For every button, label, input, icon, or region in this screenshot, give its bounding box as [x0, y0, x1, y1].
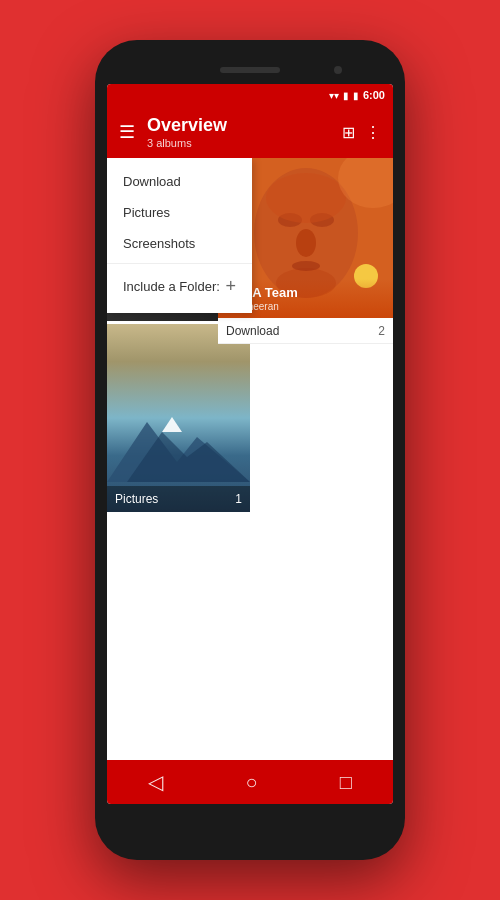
app-bar: ☰ Overview 3 albums ⊞ ⋮ [107, 106, 393, 158]
dropdown-include-folder[interactable]: Include a Folder: + [107, 268, 252, 305]
svg-marker-2 [162, 417, 182, 432]
list-view-button[interactable]: ⊞ [342, 123, 355, 142]
content-area: Download Pictures Screenshots Include a … [107, 158, 393, 760]
more-options-button[interactable]: ⋮ [365, 123, 381, 142]
page-title: Overview [147, 115, 330, 137]
page-subtitle: 3 albums [147, 137, 330, 149]
signal-icon: ▮ [343, 90, 349, 101]
dropdown-item-screenshots[interactable]: Screenshots [107, 228, 252, 259]
svg-point-8 [266, 173, 346, 223]
dropdown-item-pictures[interactable]: Pictures [107, 197, 252, 228]
svg-point-5 [296, 229, 316, 257]
app-bar-actions: ⊞ ⋮ [342, 123, 381, 142]
download-album-count: 2 [378, 324, 385, 338]
front-camera [334, 66, 342, 74]
phone-bottom-bar [103, 804, 397, 836]
pictures-name: Pictures [115, 492, 158, 506]
back-button[interactable]: ◁ [148, 770, 163, 794]
title-area: Overview 3 albums [147, 115, 330, 149]
download-album-name: Download [226, 324, 279, 338]
dropdown-item-download[interactable]: Download [107, 166, 252, 197]
download-label-row[interactable]: Download 2 [218, 318, 393, 344]
wifi-icon: ▾▾ [329, 90, 339, 101]
phone-screen: ▾▾ ▮ ▮ 6:00 ☰ Overview 3 albums ⊞ ⋮ Down… [107, 84, 393, 804]
svg-point-10 [292, 261, 320, 271]
dropdown-menu: Download Pictures Screenshots Include a … [107, 158, 252, 313]
include-folder-plus-icon[interactable]: + [225, 276, 236, 297]
home-button[interactable]: ○ [245, 771, 257, 794]
phone-speaker [220, 67, 280, 73]
battery-icon: ▮ [353, 90, 359, 101]
status-time: 6:00 [363, 89, 385, 101]
include-folder-label: Include a Folder: [123, 279, 220, 294]
menu-button[interactable]: ☰ [119, 123, 135, 141]
status-icons: ▾▾ ▮ ▮ 6:00 [329, 89, 385, 101]
status-bar: ▾▾ ▮ ▮ 6:00 [107, 84, 393, 106]
bottom-navigation: ◁ ○ □ [107, 760, 393, 804]
recent-apps-button[interactable]: □ [340, 771, 352, 794]
dropdown-divider [107, 263, 252, 264]
phone-device: ▾▾ ▮ ▮ 6:00 ☰ Overview 3 albums ⊞ ⋮ Down… [95, 40, 405, 860]
phone-top-bar [103, 56, 397, 84]
